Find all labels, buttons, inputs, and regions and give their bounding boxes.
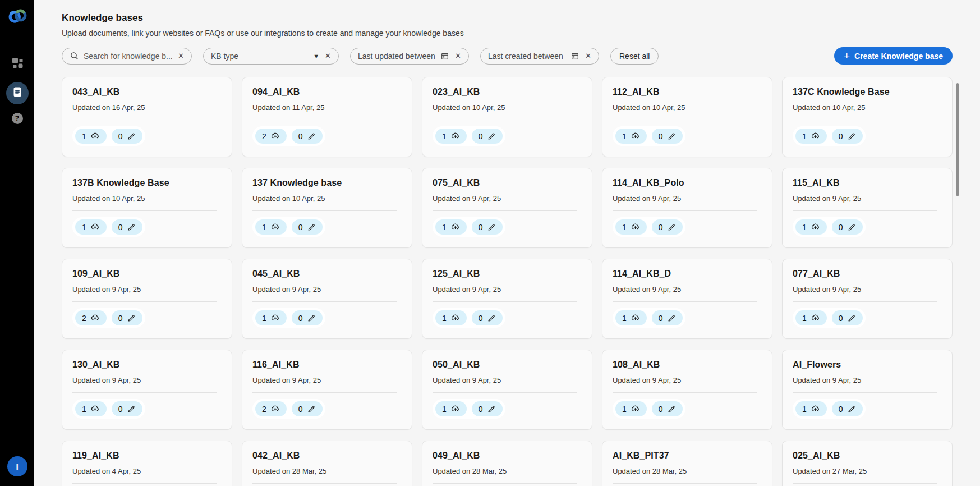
card-updated-date: Updated on 11 Apr, 25 bbox=[252, 103, 402, 112]
card-divider bbox=[72, 210, 217, 211]
knowledge-base-card[interactable]: 049_AI_KB Updated on 28 Mar, 25 bbox=[422, 441, 592, 486]
uploads-count: 2 bbox=[262, 132, 266, 141]
knowledge-base-card[interactable]: 025_AI_KB Updated on 27 Mar, 25 bbox=[782, 441, 953, 486]
uploads-badge: 1 bbox=[615, 219, 647, 235]
search-filter[interactable]: ✕ bbox=[62, 48, 192, 65]
card-badges: 2 0 bbox=[252, 126, 325, 146]
uploads-badge: 1 bbox=[795, 310, 827, 325]
edits-count: 0 bbox=[839, 405, 843, 414]
uploads-count: 2 bbox=[82, 314, 86, 323]
knowledge-base-card[interactable]: 094_AI_KB Updated on 11 Apr, 25 2 0 bbox=[242, 77, 412, 157]
edits-badge: 0 bbox=[292, 129, 323, 144]
sidebar-item-knowledge-bases[interactable] bbox=[6, 82, 29, 104]
knowledge-base-card[interactable]: 045_AI_KB Updated on 9 Apr, 25 1 0 bbox=[242, 259, 412, 339]
pencil-icon bbox=[847, 314, 856, 323]
knowledge-base-card[interactable]: 116_AI_KB Updated on 9 Apr, 25 2 0 bbox=[242, 350, 412, 430]
knowledge-base-card[interactable]: 050_AI_KB Updated on 9 Apr, 25 1 0 bbox=[422, 350, 592, 430]
cloud-upload-icon bbox=[450, 131, 460, 141]
card-title: 125_AI_KB bbox=[433, 269, 582, 279]
card-badges: 1 0 bbox=[72, 217, 145, 237]
cloud-upload-icon bbox=[90, 313, 100, 323]
apps-grid-icon[interactable] bbox=[11, 56, 24, 70]
knowledge-base-card[interactable]: 108_AI_KB Updated on 9 Apr, 25 1 0 bbox=[602, 350, 772, 430]
knowledge-base-card[interactable]: 125_AI_KB Updated on 9 Apr, 25 1 0 bbox=[422, 259, 592, 339]
card-title: 025_AI_KB bbox=[793, 451, 942, 461]
knowledge-base-card[interactable]: 115_AI_KB Updated on 9 Apr, 25 1 0 bbox=[782, 168, 953, 248]
card-badges: 1 0 bbox=[433, 217, 505, 237]
card-divider bbox=[433, 483, 577, 484]
knowledge-base-card[interactable]: AI_KB_PIT37 Updated on 28 Mar, 25 bbox=[602, 441, 772, 486]
knowledge-base-card[interactable]: 077_AI_KB Updated on 9 Apr, 25 1 0 bbox=[782, 259, 953, 339]
knowledge-base-card[interactable]: 137B Knowledge Base Updated on 10 Apr, 2… bbox=[62, 168, 232, 248]
card-badges: 1 0 bbox=[252, 217, 325, 237]
clear-last-updated-icon[interactable]: ✕ bbox=[455, 52, 461, 59]
cloud-upload-icon bbox=[631, 131, 640, 141]
uploads-badge: 1 bbox=[615, 401, 647, 416]
card-badges: 1 0 bbox=[793, 126, 866, 146]
pencil-icon bbox=[307, 223, 316, 232]
knowledge-base-card[interactable]: 043_AI_KB Updated on 16 Apr, 25 1 0 bbox=[62, 77, 232, 157]
calendar-icon[interactable] bbox=[570, 52, 579, 61]
clear-search-icon[interactable]: ✕ bbox=[178, 52, 184, 59]
chevron-down-icon[interactable]: ▼ bbox=[313, 53, 319, 59]
card-divider bbox=[613, 120, 757, 120]
edits-count: 0 bbox=[479, 132, 483, 141]
edits-badge: 0 bbox=[472, 310, 503, 325]
avatar[interactable]: I bbox=[7, 456, 27, 476]
clear-kb-type-icon[interactable]: ✕ bbox=[325, 52, 331, 59]
last-updated-filter[interactable]: Last updated between ✕ bbox=[350, 48, 469, 65]
card-updated-date: Updated on 9 Apr, 25 bbox=[613, 376, 762, 384]
clear-last-created-icon[interactable]: ✕ bbox=[585, 52, 591, 59]
card-divider bbox=[433, 301, 577, 302]
knowledge-base-card[interactable]: 109_AI_KB Updated on 9 Apr, 25 2 0 bbox=[62, 259, 232, 339]
knowledge-base-card[interactable]: 023_AI_KB Updated on 10 Apr, 25 1 0 bbox=[422, 77, 592, 157]
cloud-upload-icon bbox=[270, 131, 280, 141]
pencil-icon bbox=[847, 405, 856, 414]
cloud-upload-icon bbox=[450, 222, 460, 232]
card-updated-date: Updated on 16 Apr, 25 bbox=[72, 103, 222, 112]
uploads-count: 2 bbox=[262, 405, 266, 414]
pencil-icon bbox=[667, 314, 676, 323]
edits-count: 0 bbox=[659, 405, 663, 414]
knowledge-base-card[interactable]: 112_AI_KB Updated on 10 Apr, 25 1 0 bbox=[602, 77, 772, 157]
kb-type-filter[interactable]: KB type ▼ ✕ bbox=[203, 48, 339, 65]
knowledge-base-card[interactable]: 114_AI_KB_Polo Updated on 9 Apr, 25 1 0 bbox=[602, 168, 772, 248]
card-divider bbox=[613, 301, 757, 302]
card-updated-date: Updated on 28 Mar, 25 bbox=[613, 467, 762, 475]
last-created-filter[interactable]: Last created between ✕ bbox=[480, 48, 599, 65]
knowledge-base-card[interactable]: AI_Flowers Updated on 9 Apr, 25 1 0 bbox=[782, 350, 953, 430]
card-badges: 1 0 bbox=[252, 308, 325, 328]
card-title: 137 Knowledge base bbox=[252, 178, 402, 188]
cloud-upload-icon bbox=[450, 313, 460, 323]
search-input[interactable] bbox=[84, 52, 172, 61]
main-content: Knowledge bases Upload documents, link y… bbox=[34, 0, 980, 486]
card-updated-date: Updated on 10 Apr, 25 bbox=[252, 194, 402, 203]
card-title: 094_AI_KB bbox=[252, 87, 402, 97]
knowledge-base-card[interactable]: 075_AI_KB Updated on 9 Apr, 25 1 0 bbox=[422, 168, 592, 248]
help-icon[interactable]: ? bbox=[12, 113, 23, 124]
scrollbar-thumb[interactable] bbox=[956, 83, 959, 196]
reset-all-button[interactable]: Reset all bbox=[610, 48, 659, 65]
create-knowledge-base-button[interactable]: + Create Knowledge base bbox=[834, 47, 953, 65]
edits-badge: 0 bbox=[832, 129, 863, 144]
knowledge-base-card[interactable]: 042_AI_KB Updated on 28 Mar, 25 bbox=[242, 441, 412, 486]
edits-count: 0 bbox=[298, 132, 303, 141]
cloud-upload-icon bbox=[270, 404, 280, 414]
knowledge-base-card[interactable]: 137C Knowledge Base Updated on 10 Apr, 2… bbox=[782, 77, 953, 157]
pencil-icon bbox=[127, 405, 136, 414]
knowledge-base-card[interactable]: 114_AI_KB_D Updated on 9 Apr, 25 1 0 bbox=[602, 259, 772, 339]
knowledge-base-card[interactable]: 137 Knowledge base Updated on 10 Apr, 25… bbox=[242, 168, 412, 248]
card-badges: 1 0 bbox=[613, 399, 685, 419]
page-subtitle: Upload documents, link your websites or … bbox=[62, 29, 980, 38]
edits-count: 0 bbox=[118, 405, 123, 414]
knowledge-base-card[interactable]: 119_AI_KB Updated on 4 Apr, 25 bbox=[62, 441, 232, 486]
card-updated-date: Updated on 9 Apr, 25 bbox=[252, 285, 402, 294]
calendar-icon[interactable] bbox=[440, 52, 449, 61]
card-updated-date: Updated on 4 Apr, 25 bbox=[72, 467, 222, 475]
edits-badge: 0 bbox=[292, 401, 323, 416]
card-badges: 2 0 bbox=[72, 308, 145, 328]
edits-badge: 0 bbox=[472, 401, 503, 416]
card-title: 108_AI_KB bbox=[613, 360, 762, 370]
knowledge-base-card[interactable]: 130_AI_KB Updated on 9 Apr, 25 1 0 bbox=[62, 350, 232, 430]
uploads-badge: 1 bbox=[615, 310, 647, 325]
